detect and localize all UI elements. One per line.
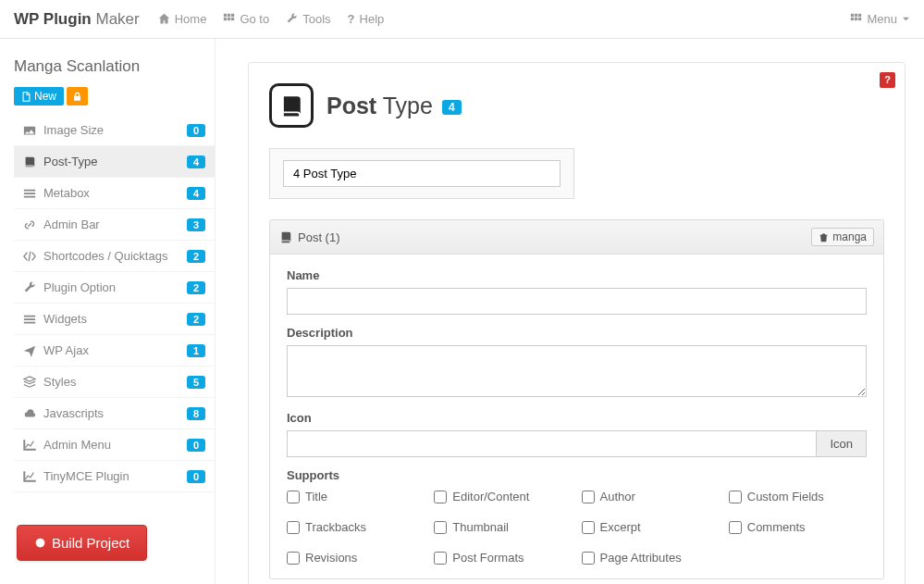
- support-excerpt-checkbox[interactable]: [582, 521, 595, 534]
- nav-menu[interactable]: Menu: [850, 12, 910, 26]
- svg-rect-9: [851, 18, 854, 20]
- sidebar-item-image-size[interactable]: Image Size 0: [14, 115, 215, 146]
- sidebar-item-label: TinyMCE Plugin: [43, 469, 187, 483]
- support-revisions[interactable]: Revisions: [287, 551, 425, 565]
- nav-goto-label: Go to: [240, 12, 269, 26]
- supports-grid: Title Editor/Content Author Custom Field…: [287, 490, 867, 565]
- sidebar-item-badge: 3: [187, 218, 205, 231]
- project-name: Manga Scanlation: [14, 53, 215, 87]
- page-title-badge: 4: [442, 100, 462, 115]
- svg-rect-11: [858, 18, 861, 20]
- name-label: Name: [287, 268, 867, 282]
- support-thumbnail-checkbox[interactable]: [434, 521, 447, 534]
- sidebar-item-admin-menu[interactable]: Admin Menu 0: [14, 429, 215, 461]
- support-custom-fields-checkbox[interactable]: [729, 491, 742, 503]
- question-icon: ?: [348, 12, 355, 26]
- sidebar-item-metabox[interactable]: Metabox 4: [14, 178, 215, 209]
- support-post-formats-checkbox[interactable]: [434, 552, 447, 565]
- sidebar-item-javascripts[interactable]: Javascripts 8: [14, 398, 215, 429]
- page-title-bold: Post: [326, 93, 376, 118]
- support-comments-checkbox[interactable]: [729, 521, 742, 534]
- grid-icon: [850, 13, 862, 25]
- build-project-button[interactable]: Build Project: [17, 525, 147, 561]
- sidebar-item-badge: 0: [187, 124, 205, 137]
- icon-input-row: Icon: [287, 430, 867, 457]
- nav-help[interactable]: ? Help: [348, 12, 385, 26]
- support-title[interactable]: Title: [287, 490, 425, 503]
- svg-rect-4: [228, 18, 230, 20]
- sidebar-item-label: Styles: [43, 375, 187, 389]
- support-title-checkbox[interactable]: [287, 491, 300, 503]
- nav-tools-label: Tools: [302, 12, 330, 26]
- support-thumbnail[interactable]: Thumbnail: [434, 520, 572, 534]
- nav-goto[interactable]: Go to: [223, 12, 269, 26]
- svg-point-12: [36, 539, 45, 548]
- book-icon: [279, 230, 292, 243]
- support-author-checkbox[interactable]: [582, 491, 595, 503]
- post-panel: Post (1) manga Name Description Icon: [269, 219, 884, 579]
- icon-input[interactable]: [287, 430, 817, 457]
- chart-icon: [23, 470, 36, 483]
- name-input[interactable]: [287, 288, 867, 315]
- icon-picker-button[interactable]: Icon: [817, 430, 867, 457]
- support-editor-checkbox[interactable]: [434, 491, 447, 503]
- support-page-attributes[interactable]: Page Attributes: [582, 551, 720, 565]
- main: ? Post Type 4 Post (1): [216, 39, 924, 584]
- sidebar-item-styles[interactable]: Styles 5: [14, 367, 215, 398]
- support-revisions-checkbox[interactable]: [287, 552, 300, 565]
- cloud-icon: [23, 407, 36, 420]
- lock-icon: [72, 92, 82, 102]
- sidebar-item-badge: 0: [187, 470, 205, 483]
- svg-rect-8: [858, 14, 861, 17]
- nav-tools[interactable]: Tools: [286, 12, 330, 26]
- bars-icon: [23, 313, 36, 326]
- chart-icon: [23, 439, 36, 452]
- delete-button[interactable]: manga: [811, 228, 874, 246]
- sidebar-item-plugin-option[interactable]: Plugin Option 2: [14, 272, 215, 304]
- sidebar-item-label: Widgets: [43, 312, 187, 326]
- sidebar-item-shortcodes[interactable]: Shortcodes / Quicktags 2: [14, 241, 215, 272]
- page-head: Post Type 4: [269, 83, 884, 128]
- support-page-attributes-checkbox[interactable]: [582, 552, 595, 565]
- nav-home[interactable]: Home: [158, 12, 207, 26]
- support-trackbacks[interactable]: Trackbacks: [287, 520, 425, 534]
- support-author[interactable]: Author: [582, 490, 720, 503]
- support-excerpt[interactable]: Excerpt: [582, 520, 720, 534]
- support-comments[interactable]: Comments: [729, 520, 867, 534]
- sidebar-item-admin-bar[interactable]: Admin Bar 3: [14, 209, 215, 241]
- sidebar-item-wp-ajax[interactable]: WP Ajax 1: [14, 335, 215, 367]
- sidebar-item-widgets[interactable]: Widgets 2: [14, 304, 215, 335]
- summary-box: [269, 148, 574, 199]
- support-label: Custom Fields: [747, 490, 824, 503]
- delete-label: manga: [832, 230, 867, 243]
- help-button[interactable]: ?: [880, 72, 895, 88]
- sidebar-item-tinymce[interactable]: TinyMCE Plugin 0: [14, 461, 215, 492]
- new-button[interactable]: New: [14, 87, 64, 106]
- stack-icon: [23, 376, 36, 389]
- support-label: Post Formats: [452, 551, 524, 565]
- nav-menu-label: Menu: [867, 12, 897, 26]
- sidebar-buttons: New: [14, 87, 215, 106]
- sidebar: Manga Scanlation New Image Size 0 Post-T…: [0, 39, 216, 584]
- code-icon: [23, 250, 36, 263]
- wrench-icon: [23, 281, 36, 294]
- sidebar-item-badge: 4: [187, 187, 205, 200]
- topnav: Home Go to Tools ? Help: [158, 12, 385, 26]
- description-input[interactable]: [287, 345, 867, 397]
- nav-home-label: Home: [175, 12, 207, 26]
- chevron-down-icon: [902, 15, 910, 23]
- panel-body: Name Description Icon Icon Supports Titl…: [270, 255, 883, 578]
- panel-title: Post (1): [298, 230, 340, 244]
- list-icon: [23, 187, 36, 200]
- brand-light: Maker: [92, 10, 140, 28]
- support-editor[interactable]: Editor/Content: [434, 490, 572, 503]
- new-button-label: New: [34, 90, 56, 103]
- support-post-formats[interactable]: Post Formats: [434, 551, 572, 565]
- sidebar-item-post-type[interactable]: Post-Type 4: [14, 146, 215, 178]
- sidebar-item-badge: 4: [187, 155, 205, 168]
- lock-button[interactable]: [67, 87, 88, 106]
- sidebar-item-badge: 2: [187, 281, 205, 294]
- support-custom-fields[interactable]: Custom Fields: [729, 490, 867, 503]
- summary-input[interactable]: [283, 160, 561, 187]
- support-trackbacks-checkbox[interactable]: [287, 521, 300, 534]
